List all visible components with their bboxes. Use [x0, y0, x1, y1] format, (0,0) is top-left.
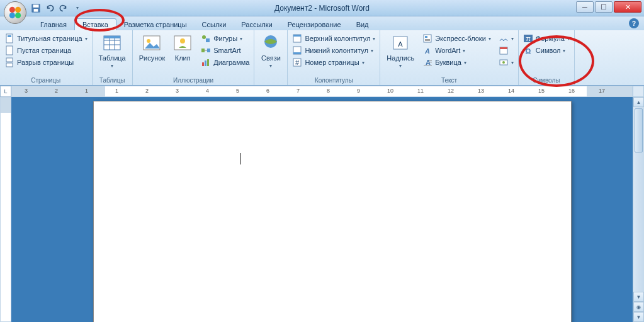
svg-rect-38: [424, 35, 431, 42]
ruler-tick: 15: [538, 88, 545, 94]
vruler-top-margin: [1, 98, 11, 113]
object-icon: [499, 57, 509, 67]
svg-point-50: [502, 61, 505, 64]
text-box-button[interactable]: A Надпись ▾: [383, 32, 418, 70]
group-symbols-label: Символы: [521, 76, 572, 85]
signature-line-button[interactable]: ▾: [497, 33, 516, 44]
quick-parts-button[interactable]: Экспресс-блоки▾: [421, 33, 493, 44]
undo-button[interactable]: [44, 3, 55, 14]
symbol-button[interactable]: Ω Символ▾: [521, 45, 572, 56]
tab-view[interactable]: Вид: [349, 19, 376, 30]
equation-button[interactable]: π Формула▾: [521, 33, 572, 44]
svg-text:π: π: [526, 35, 531, 42]
chevron-down-icon: ▾: [362, 60, 364, 66]
header-button[interactable]: Верхний колонтитул▾: [290, 33, 377, 44]
cover-page-button[interactable]: Титульная страница▾: [3, 33, 89, 44]
page-number-label: Номер страницы: [305, 59, 359, 66]
drop-cap-label: Буквица: [435, 59, 461, 66]
table-button[interactable]: Таблица ▾: [95, 32, 130, 70]
svg-rect-28: [207, 59, 209, 66]
office-button[interactable]: [4, 1, 26, 24]
smartart-button[interactable]: SmartArt: [199, 45, 251, 56]
scroll-down-button[interactable]: ▼: [633, 292, 644, 302]
svg-point-22: [202, 35, 206, 39]
group-tables-label: Таблицы: [95, 76, 130, 85]
scroll-thumb[interactable]: [635, 108, 643, 152]
links-button[interactable]: Связи ▾: [257, 32, 285, 70]
minimize-button[interactable]: ─: [576, 1, 594, 13]
horizontal-ruler[interactable]: 3211234567891011121314151617: [11, 86, 633, 97]
page-number-icon: #: [292, 57, 302, 67]
shapes-label: Фигуры: [213, 35, 237, 42]
shapes-button[interactable]: Фигуры▾: [199, 33, 251, 44]
chevron-down-icon: ▾: [463, 48, 465, 54]
document-canvas[interactable]: [11, 97, 633, 322]
footer-icon: [292, 45, 302, 55]
wordart-label: WordArt: [435, 47, 460, 54]
svg-text:#: #: [295, 59, 300, 66]
ruler-tick: 12: [448, 88, 454, 94]
group-illustrations-label: Иллюстрации: [135, 76, 252, 85]
page[interactable]: [93, 101, 572, 322]
tab-review[interactable]: Рецензирование: [280, 19, 349, 30]
vertical-scrollbar[interactable]: ▲ ▼ ◉ ▼: [633, 97, 644, 322]
chart-label: Диаграмма: [213, 59, 249, 66]
close-button[interactable]: ✕: [614, 1, 641, 13]
ruler-tick: 5: [236, 88, 239, 94]
page-number-button[interactable]: # Номер страницы▾: [290, 57, 377, 68]
ruler-tick: 16: [568, 88, 575, 94]
save-button[interactable]: [30, 3, 42, 14]
browse-prev-button[interactable]: ◉: [633, 302, 644, 312]
browse-next-button[interactable]: ▼: [633, 312, 644, 322]
group-pages: Титульная страница▾ Пустая страница Разр…: [0, 30, 93, 85]
tab-references[interactable]: Ссылки: [195, 19, 234, 30]
blank-page-button[interactable]: Пустая страница: [3, 45, 89, 56]
picture-button[interactable]: Рисунок: [135, 32, 169, 63]
ruler-tick: 8: [327, 88, 330, 94]
redo-button[interactable]: [58, 3, 69, 14]
ruler-toggle[interactable]: [633, 86, 644, 97]
group-links: Связи ▾: [254, 30, 288, 85]
drop-cap-button[interactable]: A Буквица▾: [421, 57, 493, 68]
svg-rect-27: [205, 60, 206, 66]
chevron-down-icon: ▾: [399, 63, 402, 69]
ruler-tick: 14: [508, 88, 514, 94]
document-area: ▲ ▼ ◉ ▼: [0, 97, 644, 322]
chevron-down-icon: ▾: [489, 36, 491, 42]
date-time-button[interactable]: [497, 45, 516, 56]
scroll-track[interactable]: [633, 154, 644, 292]
tab-page-layout[interactable]: Разметка страницы: [116, 19, 195, 30]
chevron-down-icon: ▾: [373, 36, 375, 42]
ruler-tick: 9: [357, 88, 360, 94]
vertical-ruler[interactable]: [0, 97, 11, 322]
tab-selector[interactable]: L: [0, 86, 11, 97]
group-pages-label: Страницы: [3, 76, 89, 85]
tab-home[interactable]: Главная: [33, 19, 74, 30]
qat-customize-button[interactable]: ▾: [72, 3, 83, 14]
wordart-button[interactable]: A WordArt▾: [421, 45, 493, 56]
chart-button[interactable]: Диаграмма: [199, 57, 251, 68]
ruler-tick: 1: [115, 88, 118, 94]
maximize-button[interactable]: ☐: [595, 1, 613, 13]
svg-point-2: [9, 13, 15, 18]
footer-button[interactable]: Нижний колонтитул▾: [290, 45, 377, 56]
picture-icon: [142, 33, 162, 53]
ruler-tick: 11: [417, 88, 424, 94]
svg-rect-31: [293, 35, 301, 37]
group-links-label: [257, 83, 285, 85]
text-box-label: Надпись: [387, 54, 414, 62]
chevron-down-icon: ▾: [464, 60, 466, 66]
text-cursor: [240, 153, 240, 164]
smartart-icon: [201, 45, 211, 55]
wordart-icon: A: [422, 45, 432, 55]
page-break-button[interactable]: Разрыв страницы: [3, 57, 89, 68]
scroll-up-button[interactable]: ▲: [633, 97, 644, 107]
clip-label: Клип: [175, 54, 191, 62]
ruler-tick: 7: [297, 88, 300, 94]
clip-button[interactable]: Клип: [169, 32, 196, 63]
object-button[interactable]: ▾: [497, 57, 516, 68]
cover-page-label: Титульная страница: [17, 35, 82, 42]
help-button[interactable]: ?: [629, 18, 639, 28]
tab-insert[interactable]: Вставка: [74, 18, 116, 30]
tab-mailings[interactable]: Рассылки: [234, 19, 280, 30]
